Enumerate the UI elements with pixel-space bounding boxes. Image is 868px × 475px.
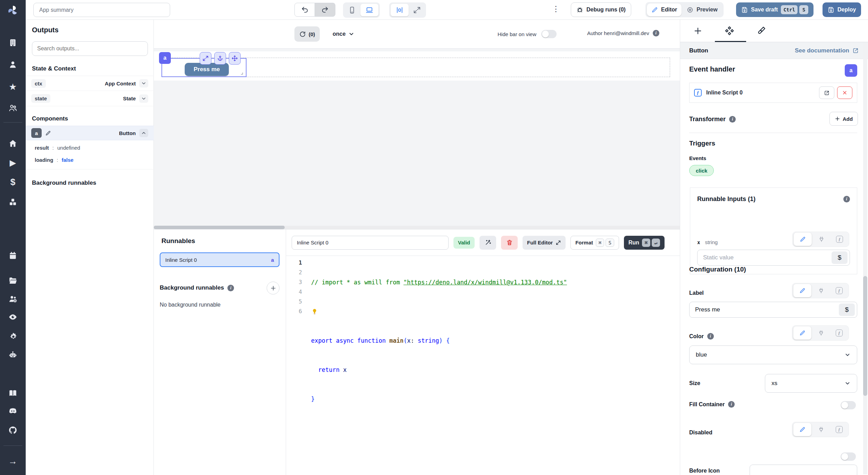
app-summary-input[interactable]	[33, 3, 170, 17]
recompute-all-button[interactable]: (0)	[294, 26, 320, 42]
discord-icon[interactable]	[0, 403, 26, 419]
collapse-sidebar-arrow-icon[interactable]: →	[0, 453, 26, 469]
tab-insert-plus-icon[interactable]	[693, 26, 702, 35]
runs-play-icon[interactable]: ▶	[0, 155, 26, 170]
panel-scrollbar-thumb[interactable]	[863, 276, 867, 396]
resources-cubes-icon[interactable]	[0, 194, 26, 210]
github-icon[interactable]	[0, 423, 26, 438]
groups-manage-icon[interactable]	[0, 291, 26, 307]
home-icon[interactable]	[0, 136, 26, 151]
open-script-button[interactable]	[819, 86, 834, 99]
transformer-info-icon[interactable]: i	[729, 116, 736, 123]
connect-source-button[interactable]	[813, 233, 830, 246]
run-button[interactable]: Run ⌘ ↵	[624, 236, 665, 250]
groups-icon[interactable]	[0, 100, 26, 116]
insert-variable-dollar-button[interactable]: $	[839, 303, 855, 316]
move-component-button[interactable]	[229, 52, 241, 65]
variables-dollar-icon[interactable]: $	[0, 174, 26, 190]
state-expand-chevron-icon[interactable]	[139, 94, 148, 103]
full-width-button[interactable]	[409, 4, 425, 16]
search-outputs-input[interactable]	[32, 41, 148, 56]
docs-book-icon[interactable]	[0, 385, 26, 401]
press-me-button[interactable]: Press me	[185, 63, 229, 76]
save-draft-button[interactable]: Save draft Ctrl S	[736, 2, 813, 17]
center-content-button[interactable]	[391, 4, 409, 16]
handler-script-card[interactable]: ƒ Inline Script 0	[689, 83, 857, 103]
schedules-calendar-icon[interactable]	[0, 248, 26, 263]
edit-component-pencil-icon[interactable]	[45, 130, 51, 136]
preview-tab[interactable]: Preview	[682, 3, 722, 16]
anchor-component-button[interactable]	[214, 52, 226, 65]
workspace-icon[interactable]	[0, 35, 26, 50]
disabled-toggle[interactable]	[841, 452, 856, 461]
connect-source-button[interactable]	[813, 284, 829, 297]
eval-source-button[interactable]: ƒ	[831, 423, 848, 436]
deploy-button[interactable]: Deploy	[823, 2, 861, 17]
user-icon[interactable]	[0, 57, 26, 72]
debug-runs-button[interactable]: Debug runs (0)	[571, 2, 631, 17]
ai-wand-button[interactable]	[479, 236, 496, 250]
component-tag-badge[interactable]: a	[159, 52, 171, 64]
color-source-picker: ƒ	[792, 325, 849, 341]
tab-settings-diamonds-icon[interactable]	[725, 26, 734, 36]
runnable-item-inline-script-0[interactable]: Inline Script 0 a	[160, 252, 279, 267]
background-runnables-info-icon[interactable]: i	[227, 285, 234, 291]
fill-container-toggle[interactable]	[841, 401, 856, 409]
author-info-icon[interactable]: i	[653, 30, 659, 36]
remove-script-button[interactable]	[837, 86, 852, 99]
resize-corner-handle[interactable]	[239, 70, 244, 75]
output-row-state[interactable]: state State	[26, 91, 154, 106]
hide-bar-toggle[interactable]	[541, 30, 557, 38]
full-editor-button[interactable]: Full Editor	[523, 236, 566, 250]
canvas-hscrollbar-thumb[interactable]	[154, 226, 285, 229]
code-area[interactable]: 1 2 3 4 5 6 // import * as wmill from "h…	[286, 256, 680, 475]
see-documentation-link[interactable]: See documentation	[795, 47, 859, 54]
add-background-runnable-button[interactable]	[267, 282, 279, 294]
size-select[interactable]: xs	[765, 374, 857, 393]
static-source-button[interactable]	[794, 233, 812, 246]
windmill-logo[interactable]	[0, 3, 26, 18]
favorites-star-icon[interactable]: ★	[0, 79, 26, 94]
add-transformer-button[interactable]: Add	[829, 112, 858, 126]
static-source-button[interactable]	[793, 423, 811, 436]
static-source-button[interactable]	[793, 326, 811, 340]
lightbulb-suggestion-icon[interactable]	[311, 308, 318, 315]
ctx-expand-chevron-icon[interactable]	[139, 79, 148, 88]
more-options-kebab-icon[interactable]: ⋮	[552, 5, 560, 14]
expand-component-button[interactable]	[200, 52, 211, 65]
component-row-a[interactable]: a Button	[26, 126, 154, 140]
fill-container-info-icon[interactable]: i	[728, 401, 735, 408]
label-value-input[interactable]	[689, 302, 857, 318]
folders-icon[interactable]	[0, 273, 26, 288]
runnable-inputs-info-icon[interactable]: i	[843, 196, 850, 202]
format-button[interactable]: Format ⌘ S	[570, 236, 619, 250]
eval-source-button[interactable]: ƒ	[831, 326, 848, 340]
settings-gear-icon[interactable]	[0, 328, 26, 344]
connect-source-button[interactable]	[813, 423, 829, 436]
recompute-mode-dropdown[interactable]: once	[333, 26, 354, 42]
component-collapse-chevron-icon[interactable]	[139, 129, 148, 137]
mobile-view-button[interactable]	[344, 4, 360, 16]
code-content[interactable]: // import * as wmill from "https://deno.…	[311, 258, 567, 423]
connect-source-button[interactable]	[813, 326, 829, 340]
tab-theme-brush-icon[interactable]	[757, 26, 766, 35]
editor-tab[interactable]: Editor	[647, 3, 682, 16]
app-canvas[interactable]: Press me a	[154, 49, 680, 229]
color-info-icon[interactable]: i	[707, 333, 714, 340]
static-source-button[interactable]	[793, 284, 811, 297]
eval-source-button[interactable]: ƒ	[831, 233, 848, 246]
color-select[interactable]: blue	[689, 345, 857, 364]
script-name-input[interactable]	[292, 236, 449, 250]
before-icon-input[interactable]	[750, 465, 857, 475]
ai-bot-icon[interactable]	[0, 347, 26, 362]
desktop-view-button[interactable]	[360, 4, 378, 16]
undo-button[interactable]	[294, 3, 315, 17]
code-line-2	[311, 307, 567, 316]
delete-script-button[interactable]	[501, 236, 518, 250]
redo-button[interactable]	[315, 3, 335, 17]
eval-source-button[interactable]: ƒ	[831, 284, 848, 297]
static-value-input[interactable]	[697, 250, 850, 266]
insert-variable-dollar-button[interactable]: $	[832, 251, 848, 264]
output-row-ctx[interactable]: ctx App Context	[26, 76, 154, 91]
audit-logs-eye-icon[interactable]	[0, 309, 26, 325]
